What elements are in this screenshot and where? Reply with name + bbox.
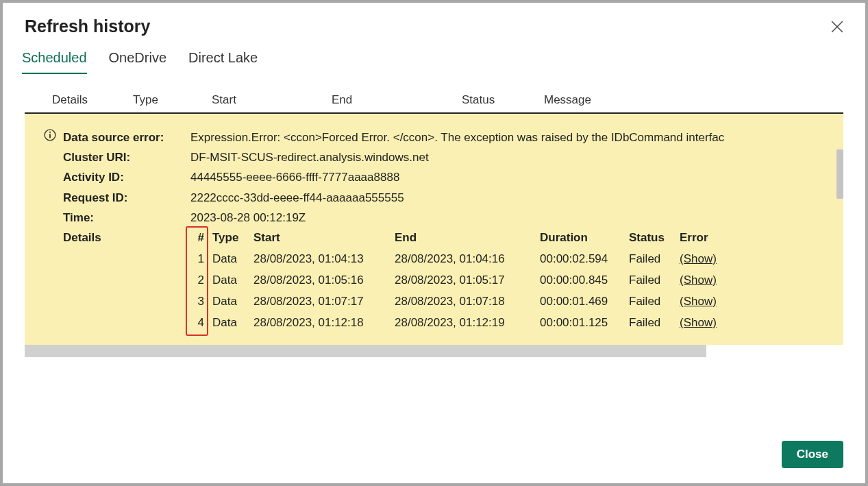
dt-type: Data: [212, 313, 253, 334]
dt-num: 4: [190, 313, 212, 334]
scroll-area: Data source error: Expression.Error: <cc…: [25, 114, 843, 427]
col-type: Type: [133, 93, 212, 107]
tabs: Scheduled OneDrive Direct Lake: [3, 42, 865, 74]
error-details-panel: Data source error: Expression.Error: <cc…: [25, 114, 843, 345]
dt-col-start: Start: [253, 228, 395, 249]
show-error-link[interactable]: (Show): [680, 313, 728, 334]
dt-status: Failed: [629, 291, 680, 313]
dt-col-end: End: [395, 228, 540, 249]
dt-start: 28/08/2023, 01:05:16: [253, 270, 395, 291]
dt-duration: 00:00:01.125: [540, 313, 629, 334]
dt-num: 1: [190, 249, 212, 270]
svg-rect-4: [49, 132, 51, 133]
label-time: Time:: [63, 208, 190, 228]
dt-status: Failed: [629, 270, 680, 291]
dt-col-status: Status: [629, 228, 680, 249]
tab-direct-lake[interactable]: Direct Lake: [188, 50, 258, 74]
dt-end: 28/08/2023, 01:07:18: [395, 291, 540, 313]
dt-end: 28/08/2023, 01:12:19: [395, 313, 540, 334]
show-error-link[interactable]: (Show): [680, 249, 728, 270]
value-cluster-uri: DF-MSIT-SCUS-redirect.analysis.windows.n…: [190, 147, 429, 167]
info-icon: [44, 129, 56, 141]
close-button[interactable]: Close: [782, 441, 843, 468]
dt-status: Failed: [629, 313, 680, 334]
svg-rect-3: [49, 134, 51, 138]
col-details: Details: [52, 93, 133, 107]
close-icon[interactable]: [831, 21, 843, 33]
dt-num: 2: [190, 270, 212, 291]
dt-status: Failed: [629, 249, 680, 270]
value-activity-id: 44445555-eeee-6666-ffff-7777aaaa8888: [190, 167, 399, 187]
dt-start: 28/08/2023, 01:07:17: [253, 291, 395, 313]
dt-type: Data: [212, 270, 253, 291]
show-error-link[interactable]: (Show): [680, 270, 728, 291]
tab-onedrive[interactable]: OneDrive: [109, 50, 166, 74]
dt-duration: 00:00:02.594: [540, 249, 629, 270]
horizontal-scrollbar[interactable]: [25, 345, 706, 357]
refresh-history-modal: Refresh history Scheduled OneDrive Direc…: [3, 3, 865, 483]
dt-end: 28/08/2023, 01:04:16: [395, 249, 540, 270]
vertical-scrollbar[interactable]: [836, 149, 843, 199]
dt-type: Data: [212, 249, 253, 270]
dt-col-type: Type: [212, 228, 253, 249]
col-status: Status: [462, 93, 544, 107]
modal-footer: Close: [3, 427, 865, 483]
label-activity-id: Activity ID:: [63, 167, 190, 187]
modal-title: Refresh history: [25, 16, 150, 36]
modal-header: Refresh history: [3, 3, 865, 42]
dt-col-duration: Duration: [540, 228, 629, 249]
history-table-header: Details Type Start End Status Message: [25, 74, 843, 114]
value-data-source-error: Expression.Error: <ccon>Forced Error. </…: [190, 127, 724, 147]
dt-num: 3: [190, 291, 212, 313]
dt-duration: 00:00:01.469: [540, 291, 629, 313]
dt-duration: 00:00:00.845: [540, 270, 629, 291]
dt-type: Data: [212, 291, 253, 313]
label-details: Details: [63, 228, 190, 334]
dt-col-error: Error: [680, 228, 728, 249]
dt-start: 28/08/2023, 01:04:13: [253, 249, 395, 270]
col-end: End: [332, 93, 462, 107]
dt-end: 28/08/2023, 01:05:17: [395, 270, 540, 291]
dt-start: 28/08/2023, 01:12:18: [253, 313, 395, 334]
show-error-link[interactable]: (Show): [680, 291, 728, 313]
dt-col-num: #: [190, 228, 212, 249]
tab-scheduled[interactable]: Scheduled: [22, 50, 87, 74]
label-request-id: Request ID:: [63, 188, 190, 208]
label-cluster-uri: Cluster URI:: [63, 147, 190, 167]
label-data-source-error: Data source error:: [63, 127, 190, 147]
col-start: Start: [212, 93, 332, 107]
value-request-id: 2222cccc-33dd-eeee-ff44-aaaaaa555555: [190, 188, 404, 208]
value-time: 2023-08-28 00:12:19Z: [190, 208, 306, 228]
details-table: # Type Start End Duration Status Error 1…: [190, 228, 728, 334]
col-message: Message: [544, 93, 816, 107]
